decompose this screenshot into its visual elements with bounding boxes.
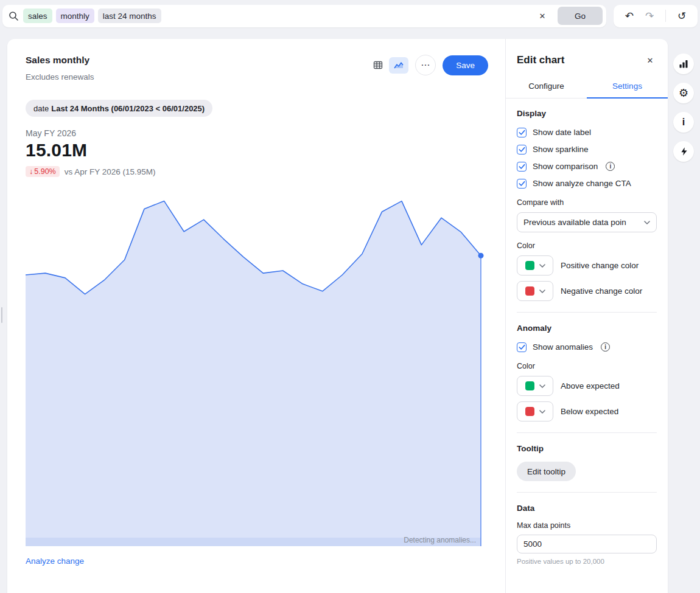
save-button[interactable]: Save — [443, 55, 488, 75]
filter-chip-value: Last 24 Months (06/01/2023 < 06/01/2025) — [51, 104, 205, 113]
compare-with-label: Compare with — [517, 198, 657, 207]
kpi-period-label: May FY 2026 — [26, 128, 488, 138]
go-button[interactable]: Go — [558, 7, 603, 25]
tab-settings[interactable]: Settings — [587, 75, 668, 98]
chart-toolbar: ⋯ Save — [368, 55, 488, 75]
search-icon — [9, 11, 18, 21]
actions-panel-button[interactable] — [673, 141, 694, 162]
kpi-change-row: ↓ 5.90% vs Apr FY 2026 (15.95M) — [26, 166, 488, 177]
above-expected-color-select[interactable] — [517, 376, 553, 396]
table-view-button[interactable] — [368, 57, 388, 74]
section-heading-display: Display — [517, 109, 657, 118]
color-option-label: Negative change color — [561, 286, 642, 296]
section-heading-tooltip: Tooltip — [517, 444, 657, 453]
info-icon[interactable]: i — [601, 342, 610, 352]
color-label: Color — [517, 241, 657, 250]
compare-with-select[interactable]: Previous available data poin — [517, 212, 657, 232]
search-token-sales[interactable]: sales — [23, 9, 52, 23]
divider — [517, 312, 657, 313]
chevron-down-icon — [539, 264, 545, 268]
table-icon — [373, 60, 383, 70]
color-swatch — [525, 381, 534, 390]
edit-panel-header: Edit chart ✕ — [506, 39, 668, 68]
color-option-label: Positive change color — [561, 261, 639, 270]
chevron-down-icon — [539, 384, 545, 388]
checkbox-show-anomalies[interactable]: Show anomalies i — [517, 341, 657, 353]
redo-icon[interactable]: ↷ — [645, 11, 654, 21]
answer-card: Sales monthly Excludes renewals — [7, 39, 668, 593]
checkbox-checked-icon — [517, 128, 527, 137]
checkbox-show-comparison[interactable]: Show comparison i — [517, 161, 657, 172]
max-data-points-input[interactable] — [517, 535, 657, 553]
analyze-change-link[interactable]: Analyze change — [26, 557, 84, 566]
panel-resize-handle[interactable] — [1, 307, 2, 323]
color-option-label: Below expected — [561, 407, 618, 416]
anomaly-color-label: Color — [517, 362, 657, 370]
reset-icon[interactable]: ↺ — [677, 11, 686, 21]
max-data-points-helper-text: Positive values up to 20,000 — [517, 558, 657, 565]
negative-color-row: Negative change color — [517, 281, 657, 301]
checkbox-show-date-label[interactable]: Show date label — [517, 127, 657, 138]
edit-chart-panel: Edit chart ✕ Configure Settings Display … — [505, 39, 668, 593]
chart-title-block: Sales monthly Excludes renewals — [26, 55, 94, 81]
clear-search-icon[interactable]: ✕ — [534, 8, 550, 24]
tab-configure[interactable]: Configure — [506, 75, 587, 98]
checkbox-checked-icon — [517, 145, 527, 154]
chart-title: Sales monthly — [26, 55, 94, 66]
change-badge: ↓ 5.90% — [26, 166, 60, 177]
edit-tooltip-button[interactable]: Edit tooltip — [517, 462, 576, 481]
checkbox-checked-icon — [517, 162, 527, 172]
search-bar[interactable]: sales monthly last 24 months ✕ Go — [2, 5, 606, 27]
checkbox-label: Show date label — [533, 128, 591, 137]
edit-panel-tabs: Configure Settings — [506, 75, 668, 99]
section-heading-anomaly: Anomaly — [517, 324, 657, 333]
color-swatch — [525, 286, 534, 296]
chart-panel-button[interactable] — [673, 54, 694, 74]
kpi-comparison-text: vs Apr FY 2026 (15.95M) — [65, 167, 156, 176]
color-option-label: Above expected — [561, 381, 620, 390]
date-filter-chip[interactable]: date Last 24 Months (06/01/2023 < 06/01/… — [26, 100, 212, 117]
edit-panel-body: Display Show date label Show sparkline S… — [506, 99, 668, 593]
checkbox-show-sparkline[interactable]: Show sparkline — [517, 144, 657, 155]
chart-view-button[interactable] — [389, 57, 408, 74]
chevron-down-icon — [539, 290, 545, 293]
checkbox-label: Show anomalies — [533, 342, 593, 352]
search-token-last-24-months[interactable]: last 24 months — [98, 9, 161, 23]
settings-panel-button[interactable]: ⚙ — [673, 83, 694, 103]
gear-icon: ⚙ — [679, 88, 688, 99]
chevron-down-icon — [644, 221, 650, 224]
filter-chip-prefix: date — [33, 104, 49, 113]
undo-icon[interactable]: ↶ — [625, 11, 634, 21]
positive-color-select[interactable] — [517, 255, 553, 276]
color-swatch — [525, 261, 534, 270]
divider — [517, 492, 657, 493]
checkbox-checked-icon — [517, 179, 527, 189]
checkbox-checked-icon — [517, 342, 527, 352]
sparkline-chart[interactable]: Detecting anomalies... — [26, 196, 481, 546]
chart-subtitle: Excludes renewals — [26, 72, 94, 81]
bar-chart-icon — [679, 59, 688, 69]
below-expected-color-select[interactable] — [517, 401, 553, 421]
view-switcher — [368, 57, 408, 74]
search-token-monthly[interactable]: monthly — [56, 9, 94, 23]
below-expected-color-row: Below expected — [517, 401, 657, 421]
close-icon[interactable]: ✕ — [642, 52, 658, 68]
divider — [517, 432, 657, 433]
info-icon[interactable]: i — [606, 162, 615, 171]
positive-color-row: Positive change color — [517, 255, 657, 276]
right-icon-rail: ⚙ i — [673, 54, 694, 162]
chart-pane: Sales monthly Excludes renewals — [7, 39, 505, 593]
more-options-button[interactable]: ⋯ — [415, 55, 436, 75]
checkbox-label: Show analyze change CTA — [533, 179, 631, 188]
kpi-value: 15.01M — [26, 140, 488, 161]
section-heading-data: Data — [517, 504, 657, 513]
history-controls: ↶ ↷ ↺ — [614, 5, 698, 27]
negative-color-select[interactable] — [517, 281, 553, 301]
info-panel-button[interactable]: i — [673, 112, 694, 133]
checkbox-show-analyze-change-cta[interactable]: Show analyze change CTA — [517, 178, 657, 189]
sparkline-svg — [26, 196, 481, 546]
info-icon: i — [682, 117, 685, 128]
chart-header: Sales monthly Excludes renewals — [26, 55, 488, 81]
edit-panel-title: Edit chart — [517, 54, 564, 66]
chevron-down-icon — [539, 410, 545, 414]
